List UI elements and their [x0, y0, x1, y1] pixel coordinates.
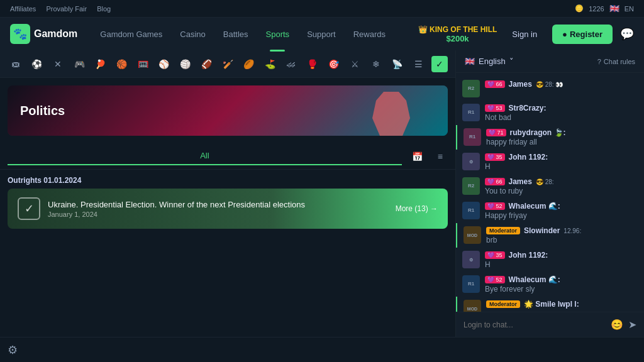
chat-messages: R2 💜 66 James 😎 28: 👀 R1 💜 53	[456, 73, 644, 312]
emoji-button[interactable]: 😊	[611, 319, 623, 331]
stream-icon[interactable]: 📡	[389, 56, 406, 72]
chat-message: R1 💜 52 Whalecum 🌊: Happy friyay	[456, 199, 644, 223]
message-text: happy friday all	[486, 138, 638, 146]
avatar: R1	[462, 202, 480, 219]
chat-input-area: 😊 ➤	[456, 312, 644, 337]
event-info: Ukraine. Presidential Election. Winner o…	[48, 200, 388, 218]
avatar-rank: R1	[468, 282, 474, 287]
message-text: H	[485, 162, 638, 171]
nav-rewards[interactable]: Rewards	[346, 26, 393, 43]
sports-icons-bar: 🎟 ⚽ ✕ 🎮 🏓 🏀 🥅 ⚾ 🏐 🏈 🏏 🏉 ⛳ 🏎 🥊 🎯 ⚔ ❄ 📡 ☰ …	[0, 50, 455, 78]
logo[interactable]: 🐾 Gamdom	[10, 24, 77, 44]
banner-title: Politics	[20, 104, 65, 118]
cricket-icon[interactable]: 🏏	[219, 56, 236, 72]
event-card[interactable]: ✓ Ukraine. Presidential Election. Winner…	[8, 189, 448, 229]
nav-battles[interactable]: Battles	[216, 26, 256, 43]
message-text: You to ruby	[485, 187, 638, 195]
username: 🌟 Smile lwpl l:	[524, 300, 579, 309]
register-icon: ●	[562, 30, 567, 39]
nav-gamdom-games[interactable]: Gamdom Games	[92, 26, 170, 43]
chat-flag-icon: 🇬🇧	[465, 57, 475, 66]
nav-support[interactable]: Support	[299, 26, 343, 43]
sword-icon[interactable]: ⚔	[347, 56, 364, 72]
volleyball-icon[interactable]: 🏐	[177, 56, 194, 72]
username: James	[509, 80, 532, 89]
king-hill-title: 👑 KING OF THE HILL	[418, 25, 497, 34]
level: 12.96:	[564, 228, 581, 234]
calendar-button[interactable]: 📅	[407, 149, 428, 164]
chat-language-label: English	[479, 57, 506, 66]
avatar-rank: MOD	[467, 307, 477, 311]
avatar-rank: ⚙	[469, 160, 473, 164]
chat-toggle-button[interactable]: 💬	[620, 27, 634, 41]
username: Str8Crazy:	[509, 104, 547, 112]
chat-message: MOD Moderator Slowinder 12.96: brb	[456, 223, 644, 248]
send-button[interactable]: ➤	[628, 319, 636, 331]
baseball-icon[interactable]: ⚾	[156, 56, 172, 72]
event-more-link[interactable]: More (13) →	[396, 204, 438, 213]
settings-icon[interactable]: ⚙	[8, 343, 18, 357]
badge: 💜 66	[485, 80, 505, 88]
badge: 💜 53	[485, 104, 505, 112]
nav-bar: 🐾 Gamdom Gamdom Games Casino Battles Spo…	[0, 18, 644, 50]
avatar: ⚙	[462, 153, 480, 170]
snow-icon[interactable]: ❄	[368, 56, 384, 72]
message-body: 💜 53 Str8Crazy: Not bad	[485, 104, 638, 122]
username: James	[509, 177, 532, 186]
football-icon[interactable]: 🏈	[198, 56, 214, 72]
message-body: Moderator 🌟 Smile lwpl l:	[486, 300, 638, 309]
archery-icon[interactable]: 🎯	[326, 56, 342, 72]
chat-header: 🇬🇧 English ˅ ? Chat rules	[456, 50, 644, 73]
king-hill-promo[interactable]: 👑 KING OF THE HILL $200k	[418, 25, 497, 43]
badge: 💜 52	[485, 202, 505, 210]
chat-message: ⚙ 💜 35 John 1192: H	[456, 150, 644, 174]
chat-message: MOD Moderator 🌟 Smile lwpl l:	[456, 297, 644, 312]
nav-casino[interactable]: Casino	[172, 26, 213, 43]
blog-link[interactable]: Blog	[97, 5, 111, 13]
affiliates-link[interactable]: Affiliates	[10, 5, 36, 13]
message-text: Not bad	[485, 113, 638, 122]
provably-fair-link[interactable]: Provably Fair	[46, 5, 87, 13]
mma-icon[interactable]: 🥊	[304, 56, 321, 72]
tennis-icon[interactable]: 🏓	[92, 56, 109, 72]
message-body: 💜 66 James 😎 28: 👀	[485, 80, 638, 89]
nav-sports[interactable]: Sports	[258, 26, 297, 43]
cross-icon[interactable]: ✕	[50, 56, 66, 72]
moderator-badge: Moderator	[486, 300, 520, 308]
chat-language-selector[interactable]: 🇬🇧 English ˅	[465, 57, 514, 66]
chat-input[interactable]	[464, 321, 606, 329]
filter-button[interactable]: ≡	[433, 149, 448, 164]
event-date: January 1, 2024	[48, 211, 388, 218]
username: Whalecum 🌊:	[509, 275, 560, 284]
top-bar-links: Affiliates Provably Fair Blog	[10, 5, 111, 13]
moderator-badge: Moderator	[486, 227, 520, 234]
balance-value: 1226	[589, 5, 604, 13]
signin-button[interactable]: Sign in	[504, 26, 545, 43]
chat-message: R1 💜 52 Whalecum 🌊: Bye forever sly	[456, 272, 644, 297]
outrights-label: Outrights 01.01.2024	[0, 170, 455, 189]
basketball-icon[interactable]: 🏀	[114, 56, 130, 72]
esports-icon[interactable]: 🎮	[71, 56, 87, 72]
golf-icon[interactable]: ⛳	[262, 56, 279, 72]
king-hill-amount: $200k	[446, 34, 469, 43]
top-bar-right: 🪙 1226 🇬🇧 EN	[575, 4, 634, 13]
top-bar: Affiliates Provably Fair Blog 🪙 1226 🇬🇧 …	[0, 0, 644, 18]
rugby-icon[interactable]: 🏉	[241, 56, 257, 72]
avatar-rank: MOD	[467, 233, 477, 238]
avatar-rank: R2	[468, 184, 474, 189]
chat-rules-link[interactable]: ? Chat rules	[597, 58, 635, 65]
racing-icon[interactable]: 🏎	[283, 56, 299, 72]
chat-message: R2 💜 66 James 😎 28: 👀	[456, 77, 644, 101]
avatar: MOD	[464, 226, 481, 244]
politics-icon[interactable]: ✓	[431, 56, 448, 72]
left-panel: 🎟 ⚽ ✕ 🎮 🏓 🏀 🥅 ⚾ 🏐 🏈 🏏 🏉 ⛳ 🏎 🥊 🎯 ⚔ ❄ 📡 ☰ …	[0, 50, 455, 337]
event-check-icon: ✓	[18, 197, 40, 220]
ticket-icon[interactable]: 🎟	[8, 56, 24, 72]
register-button[interactable]: ● Register	[552, 25, 613, 44]
filter-all-tab[interactable]: All	[8, 147, 402, 165]
avatar-rank: R2	[468, 86, 474, 91]
other-icon[interactable]: ☰	[411, 56, 427, 72]
soccer-icon[interactable]: ⚽	[29, 56, 45, 72]
avatar: MOD	[464, 300, 481, 312]
hockey-icon[interactable]: 🥅	[135, 56, 151, 72]
